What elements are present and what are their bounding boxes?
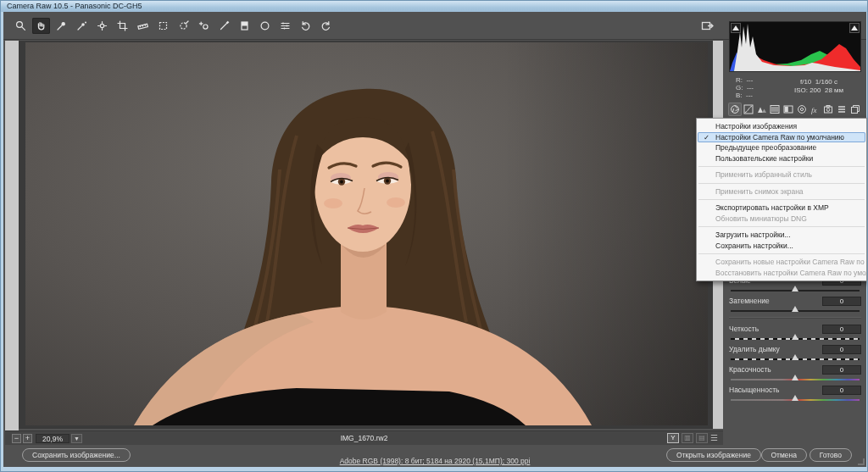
tab-basic[interactable] [729,103,741,115]
action-bar: Сохранить изображение... Adobe RGB (1998… [3,445,866,467]
menu-item: Сохранить новые настройки Camera Raw по … [697,257,866,268]
titlebar[interactable]: Camera Raw 10.5 - Panasonic DC-GH5 [1,1,867,12]
hand-tool[interactable] [32,18,50,34]
adjustment-brush-tool[interactable] [215,18,233,34]
tab-hsl-grayscale[interactable] [769,103,781,115]
tab-lens-corrections[interactable] [796,103,808,115]
slider-value-input[interactable]: 0 [822,297,861,306]
aperture-value: f/10 [800,78,811,86]
zoom-tool[interactable] [12,18,30,34]
radial-filter-tool[interactable] [256,18,274,34]
rotate-right-tool[interactable] [317,18,335,34]
slider-value-input[interactable]: 0 [822,386,861,395]
highlight-clipping-icon[interactable] [849,23,860,33]
slider-label: Красочность [729,365,771,374]
menu-separator [698,183,865,184]
menu-separator [698,199,865,200]
toggle-fullscreen-icon[interactable] [698,19,715,33]
tab-split-toning[interactable] [782,103,794,115]
exif-info: R: --- G: --- B: --- f/10 1/160 c ISO: 2… [729,75,861,100]
straighten-tool[interactable] [134,18,152,34]
targeted-adjustment-tool[interactable] [93,18,111,34]
slider-handle[interactable] [792,286,798,292]
white-balance-tool[interactable] [53,18,70,34]
slider-label: Затемнение [729,297,770,305]
tab-snapshots[interactable] [849,103,861,115]
svg-text:fx: fx [811,106,817,114]
menu-item-label: Сохранить новые настройки Camera Raw по … [715,258,866,266]
preview-settings-menu-icon[interactable]: ☰ [710,433,718,443]
menu-item-label: Восстановить настройки Camera Raw по умо… [715,269,866,277]
menu-item[interactable]: Сохранить настройки... [697,241,866,252]
menu-item[interactable]: Пользовательские настройки [697,153,866,164]
slider-track[interactable] [731,290,860,292]
menu-item-label: Настройки Camera Raw по умолчанию [715,133,844,142]
color-sampler-tool[interactable] [73,18,91,34]
menu-separator [698,226,865,227]
slider-track[interactable] [731,399,860,401]
menu-item-label: Пользовательские настройки [715,154,813,163]
tab-presets[interactable] [836,103,848,115]
slider-row: Красочность0 [729,364,861,382]
slider-track[interactable] [731,358,860,360]
graduated-filter-tool[interactable] [236,18,253,34]
adjustment-tabs: fx [729,103,861,116]
tool-buttons [12,18,335,34]
spot-removal-tool[interactable] [175,18,192,34]
menu-item[interactable]: Предыдущее преобразование [697,142,866,153]
slider-handle[interactable] [792,334,798,340]
menu-item[interactable]: Загрузить настройки... [697,230,866,241]
slider-handle[interactable] [792,306,798,312]
photo-preview[interactable] [25,42,708,425]
tab-tone-curve[interactable] [743,103,754,115]
panel-context-menu: Настройки изображения✓Настройки Camera R… [696,118,867,281]
rgb-r-value: --- [746,76,753,84]
menu-item[interactable]: Настройки изображения [697,121,866,132]
transform-tool[interactable] [154,18,172,34]
before-after-left-button: ▥ [682,433,693,443]
menu-item: Восстановить настройки Camera Raw по умо… [697,268,866,279]
rotate-left-tool[interactable] [297,18,314,34]
checkmark-icon: ✓ [704,132,709,143]
menu-item-label: Применить избранный стиль [715,170,812,179]
menu-item: Применить снимок экрана [697,186,866,197]
slider-value-input[interactable]: 0 [822,345,861,354]
preview-canvas[interactable] [19,41,713,429]
open-image-button[interactable]: Открыть изображение [666,448,761,462]
slider-handle[interactable] [792,354,798,360]
resize-grip[interactable] [858,458,865,465]
preview-toggle-button[interactable]: Y [667,433,679,443]
filename: IMG_1670.rw2 [5,434,723,442]
slider-value-input[interactable]: 0 [822,365,861,375]
slider-label: Насыщенность [729,386,780,394]
tab-camera-calibration[interactable] [823,103,835,115]
menu-item-label: Предыдущее преобразование [715,143,816,152]
menu-item: Обновить миниатюры DNG [697,214,866,225]
slider-track[interactable] [731,338,860,340]
iso-value: ISO: 200 [794,86,821,94]
slider-separator [729,317,861,319]
tab-effects[interactable]: fx [810,103,821,115]
slider-row: Затемнение0 [729,296,861,314]
preferences-tool[interactable] [276,18,294,34]
menu-item[interactable]: Экспортировать настройки в XMP [697,203,866,214]
portrait-image [25,42,708,425]
slider-row: Удалить дымку0 [729,344,861,362]
focal-length-value: 28 мм [825,86,843,94]
crop-tool[interactable] [114,18,131,34]
slider-value-input[interactable]: 0 [822,325,861,334]
menu-item-label: Настройки изображения [715,122,797,130]
menu-separator [698,253,865,254]
menu-item[interactable]: ✓Настройки Camera Raw по умолчанию [698,132,865,143]
red-eye-tool[interactable] [195,18,213,34]
slider-handle[interactable] [792,375,798,380]
slider-track[interactable] [731,379,860,380]
slider-handle[interactable] [792,395,798,401]
cancel-button[interactable]: Отмена [761,448,808,462]
slider-track[interactable] [731,310,860,312]
before-after-split-button: ▤ [696,433,708,443]
tab-detail[interactable] [756,103,768,115]
done-button[interactable]: Готово [810,448,852,462]
slider-label: Удалить дымку [729,345,780,353]
shadow-clipping-icon[interactable] [731,23,741,33]
